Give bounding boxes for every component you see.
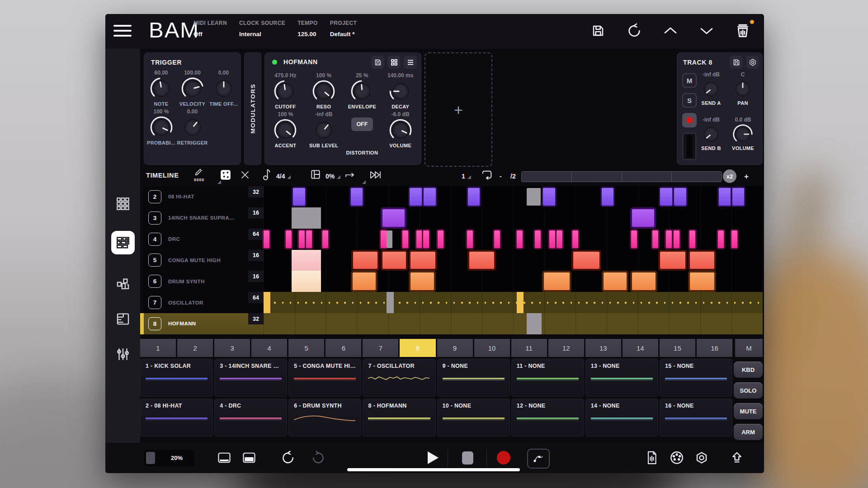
note-block[interactable] bbox=[544, 272, 570, 290]
note-block[interactable] bbox=[674, 188, 686, 206]
topbar-field-clock-source[interactable]: CLOCK SOURCEInternal bbox=[239, 20, 285, 38]
share-icon[interactable] bbox=[728, 449, 745, 466]
swing-value[interactable]: 0% bbox=[326, 173, 340, 180]
trash-audio-icon[interactable] bbox=[734, 22, 751, 39]
modulators-tab[interactable]: MODULATORS bbox=[244, 52, 261, 165]
knob-volume[interactable]: -6.0 dBVOLUME bbox=[381, 111, 420, 155]
grid-row-7[interactable] bbox=[264, 292, 763, 313]
mute-button[interactable]: MUTE bbox=[734, 403, 763, 419]
swing-icon[interactable] bbox=[310, 169, 321, 182]
note-block[interactable] bbox=[410, 188, 421, 206]
timeline-track-header-6[interactable]: 6DRUM SYNTH16 bbox=[144, 271, 264, 292]
grid-row-8[interactable] bbox=[264, 313, 763, 334]
knob-send-b[interactable]: -inf dBSEND B bbox=[700, 117, 722, 151]
timeline-track-header-4[interactable]: 4DRC64 bbox=[144, 229, 264, 250]
direction-dropdown-triangle[interactable] bbox=[362, 180, 366, 184]
note-block[interactable] bbox=[293, 188, 305, 206]
layout-bottom-bar-icon[interactable] bbox=[216, 449, 233, 466]
knob-accent[interactable]: 100 %ACCENT bbox=[266, 111, 305, 155]
play-button[interactable] bbox=[425, 449, 442, 466]
note-block[interactable] bbox=[402, 230, 408, 248]
clear-icon[interactable] bbox=[240, 169, 250, 182]
sidebar-modular-view-icon[interactable] bbox=[111, 272, 135, 296]
knob-dial[interactable] bbox=[149, 76, 174, 101]
pattern-cell-1[interactable]: 1 bbox=[140, 339, 176, 357]
note-block[interactable] bbox=[557, 230, 562, 248]
note-block[interactable] bbox=[573, 252, 599, 269]
record-button[interactable] bbox=[495, 449, 512, 466]
note-block[interactable] bbox=[382, 252, 406, 269]
track-steps-badge[interactable]: 64 bbox=[248, 292, 264, 303]
fast-forward-icon[interactable] bbox=[369, 169, 382, 183]
pattern-cell-13[interactable]: 13 bbox=[585, 339, 621, 357]
knob-dial[interactable] bbox=[180, 115, 205, 140]
add-module-slot[interactable]: + bbox=[425, 52, 492, 167]
instrument-grid-icon[interactable] bbox=[387, 56, 401, 69]
note-block[interactable] bbox=[353, 272, 376, 290]
note-block[interactable] bbox=[387, 230, 392, 248]
pattern-cell-5[interactable]: 5 bbox=[288, 339, 324, 357]
length-divide-button[interactable]: /2 bbox=[510, 173, 516, 180]
note-block[interactable] bbox=[264, 230, 269, 248]
sidebar-song-view-icon[interactable] bbox=[111, 307, 135, 331]
settings-icon[interactable] bbox=[693, 449, 710, 466]
knob-dial[interactable] bbox=[149, 115, 174, 140]
knob-envelope[interactable]: 25 %ENVELOPE bbox=[343, 72, 382, 109]
note-block[interactable] bbox=[292, 271, 321, 292]
timeline-track-header-3[interactable]: 314INCH SNARE SUPRASONIC16 bbox=[144, 207, 264, 229]
pad-12-none[interactable]: 12 - NONE bbox=[511, 399, 584, 436]
sidebar-pads-view-icon[interactable] bbox=[111, 192, 135, 216]
knob-dial[interactable] bbox=[273, 79, 297, 103]
pad-16-none[interactable]: 16 - NONE bbox=[660, 399, 732, 436]
knob-volume[interactable]: 0.0 dBVOLUME bbox=[732, 117, 754, 151]
note-block[interactable] bbox=[299, 230, 305, 248]
knob-dial[interactable] bbox=[732, 123, 754, 145]
pattern-cell-6[interactable]: 6 bbox=[326, 339, 361, 357]
pattern-cell-2[interactable]: 2 bbox=[177, 339, 213, 357]
note-block[interactable] bbox=[572, 230, 578, 248]
note-block[interactable] bbox=[322, 230, 328, 248]
undo-icon[interactable] bbox=[626, 22, 643, 39]
instrument-menu-icon[interactable] bbox=[404, 56, 417, 69]
audio-file-icon[interactable] bbox=[643, 449, 660, 466]
distortion-toggle-button[interactable]: OFF bbox=[351, 117, 373, 131]
loop-icon[interactable] bbox=[481, 169, 493, 183]
note-block[interactable] bbox=[469, 252, 494, 269]
track-steps-badge[interactable]: 32 bbox=[248, 313, 264, 324]
grid-row-4[interactable] bbox=[264, 229, 763, 250]
pattern-cell-14[interactable]: 14 bbox=[623, 339, 658, 357]
note-block[interactable] bbox=[351, 188, 363, 206]
note-block[interactable] bbox=[660, 188, 672, 206]
pattern-cell-9[interactable]: 9 bbox=[437, 339, 473, 357]
collapse-down-icon[interactable] bbox=[698, 22, 715, 39]
timeline-track-header-8[interactable]: 8HOFMANN32 bbox=[144, 313, 264, 334]
knob-dial[interactable] bbox=[732, 78, 754, 100]
note-block[interactable] bbox=[690, 272, 714, 290]
knob-dial[interactable] bbox=[350, 79, 374, 103]
note-block[interactable] bbox=[689, 230, 695, 248]
knob-time-off[interactable]: 0.00TIME OFF... bbox=[208, 70, 239, 107]
layout-bottom-panel-icon[interactable] bbox=[241, 449, 258, 466]
pattern-cell-16[interactable]: 16 bbox=[697, 339, 732, 357]
save-icon[interactable] bbox=[590, 22, 607, 39]
pad-5-conga-mute-high[interactable]: 5 - CONGA MUTE HIGH bbox=[288, 359, 361, 397]
note-block[interactable] bbox=[517, 230, 523, 248]
knob-dial[interactable] bbox=[273, 118, 297, 142]
pad-15-none[interactable]: 15 - NONE bbox=[660, 359, 732, 397]
arm-button[interactable]: ARM bbox=[734, 424, 763, 440]
note-block[interactable] bbox=[410, 272, 434, 290]
knob-dial[interactable] bbox=[388, 118, 413, 142]
note-block[interactable] bbox=[410, 252, 435, 269]
note-block[interactable] bbox=[387, 292, 394, 313]
note-block[interactable] bbox=[527, 188, 541, 206]
pad-8-hofmann[interactable]: 8 - HOFMANN bbox=[363, 399, 435, 436]
pattern-cell-8[interactable]: 8 bbox=[400, 339, 435, 357]
sidebar-mixer-view-icon[interactable] bbox=[111, 343, 135, 366]
note-block[interactable] bbox=[468, 188, 480, 206]
pad-7-oscillator[interactable]: 7 - OSCILLATOR bbox=[363, 359, 435, 397]
knob-dial[interactable] bbox=[180, 76, 205, 101]
pad-9-none[interactable]: 9 - NONE bbox=[437, 359, 510, 397]
length-plus-button[interactable]: + bbox=[744, 172, 749, 181]
note-block[interactable] bbox=[660, 252, 685, 269]
instrument-save-icon[interactable] bbox=[371, 56, 384, 69]
